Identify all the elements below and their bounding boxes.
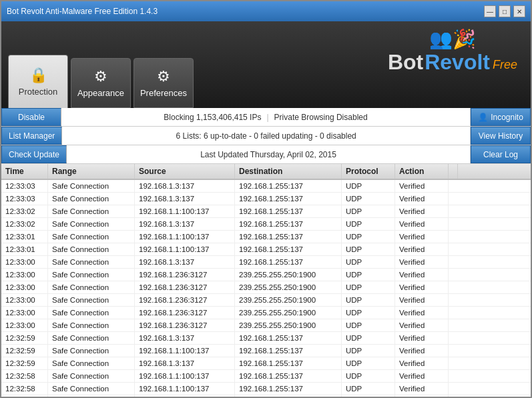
cell-4-4: UDP (342, 231, 395, 243)
cell-17-0: 12:32:57 (1, 395, 48, 397)
cell-16-0: 12:32:58 (1, 383, 48, 395)
cell-11-2: 192.168.1.236:3127 (135, 319, 235, 331)
gear-icon-preferences: ⚙ (157, 68, 170, 85)
cell-14-5: Verified (395, 357, 449, 369)
tab-protection[interactable]: 🔒 Protection (8, 55, 68, 108)
cell-5-5: Verified (395, 243, 449, 255)
table-row: 12:33:00Safe Connection192.168.1.236:312… (1, 269, 531, 281)
view-history-button[interactable]: View History (471, 127, 531, 145)
cell-11-5: Verified (395, 319, 449, 331)
logo-free: Free (493, 58, 517, 72)
table-body[interactable]: 12:33:03Safe Connection192.168.1.3:13719… (1, 180, 531, 397)
cell-0-1: Safe Connection (48, 180, 135, 192)
table-row: 12:32:59Safe Connection192.168.1.3:13719… (1, 332, 531, 345)
cell-6-5: Verified (395, 256, 449, 268)
tab-bar: 🔒 Protection ⚙ Appearance ⚙ Preferences (8, 55, 194, 108)
cell-8-1: Safe Connection (48, 281, 135, 293)
cell-15-4: UDP (342, 370, 395, 382)
cell-2-4: UDP (342, 205, 395, 217)
cell-15-5: Verified (395, 370, 449, 382)
cell-16-2: 192.168.1.1:100:137 (135, 383, 235, 395)
cell-16-5: Verified (395, 383, 449, 395)
cell-14-1: Safe Connection (48, 357, 135, 369)
table-row: 12:33:00Safe Connection192.168.1.236:312… (1, 319, 531, 332)
cell-12-0: 12:32:59 (1, 332, 48, 344)
cell-13-4: UDP (342, 345, 395, 357)
cell-8-5: Verified (395, 281, 449, 293)
cell-15-2: 192.168.1.1:100:137 (135, 370, 235, 382)
table-row: 12:33:01Safe Connection192.168.1.1:100:1… (1, 231, 531, 243)
cell-0-5: Verified (395, 180, 449, 192)
table-row: 12:33:01Safe Connection192.168.1.1:100:1… (1, 243, 531, 256)
cell-16-1: Safe Connection (48, 383, 135, 395)
col-scrollbar-placeholder (449, 164, 458, 179)
bar-row-2: List Manager 6 Lists: 6 up-to-date - 0 f… (1, 127, 531, 145)
minimize-button[interactable]: — (484, 5, 496, 17)
lock-icon: 🔒 (29, 67, 47, 84)
cell-12-5: Verified (395, 332, 449, 344)
col-action: Action (395, 164, 449, 179)
cell-3-3: 192.168.1.255:137 (235, 218, 342, 230)
close-button[interactable]: ✕ (513, 5, 525, 17)
cell-5-1: Safe Connection (48, 243, 135, 255)
table-header: Time Range Source Destination Protocol A… (1, 164, 531, 180)
cell-16-3: 192.168.1.255:137 (235, 383, 342, 395)
cell-8-0: 12:33:00 (1, 281, 48, 293)
cell-10-1: Safe Connection (48, 307, 135, 319)
col-source: Source (135, 164, 235, 179)
col-destination: Destination (235, 164, 342, 179)
cell-5-2: 192.168.1.1:100:137 (135, 243, 235, 255)
cell-12-4: UDP (342, 332, 395, 344)
bar-row-3: Check Update Last Updated Thursday, Apri… (1, 145, 531, 164)
window-controls: — □ ✕ (484, 5, 525, 17)
incognito-button[interactable]: 👤 Incognito (471, 108, 531, 126)
cell-7-0: 12:33:00 (1, 269, 48, 281)
cell-13-3: 192.168.1.255:137 (235, 345, 342, 357)
logo-revolt: Revolt (425, 50, 490, 75)
cell-8-4: UDP (342, 281, 395, 293)
table-row: 12:33:00Safe Connection192.168.1.3:13719… (1, 256, 531, 269)
cell-1-2: 192.168.1.3:137 (135, 193, 235, 205)
cell-3-0: 12:33:02 (1, 218, 48, 230)
maximize-button[interactable]: □ (499, 5, 511, 17)
cell-2-0: 12:33:02 (1, 205, 48, 217)
bar-row-1: Disable Blocking 1,153,406,415 IPs | Pri… (1, 108, 531, 127)
disable-button[interactable]: Disable (1, 108, 61, 126)
cell-2-5: Verified (395, 205, 449, 217)
cell-6-1: Safe Connection (48, 256, 135, 268)
cell-10-5: Verified (395, 307, 449, 319)
table-row: 12:32:57Safe Connection192.168.1.1:35:41… (1, 395, 531, 397)
table-row: 12:33:00Safe Connection192.168.1.236:312… (1, 294, 531, 307)
cell-4-0: 12:33:01 (1, 231, 48, 243)
clear-log-button[interactable]: Clear Log (471, 145, 531, 163)
table-row: 12:33:00Safe Connection192.168.1.236:312… (1, 281, 531, 294)
cell-16-4: UDP (342, 383, 395, 395)
controls-area: Disable Blocking 1,153,406,415 IPs | Pri… (1, 108, 531, 164)
logo-area: 👥🎉 Bot Revolt Free (388, 28, 517, 75)
tab-preferences[interactable]: ⚙ Preferences (134, 58, 194, 108)
list-manager-button[interactable]: List Manager (1, 127, 62, 145)
cell-3-1: Safe Connection (48, 218, 135, 230)
cell-7-5: Verified (395, 269, 449, 281)
cell-10-2: 192.168.1.236:3127 (135, 307, 235, 319)
cell-1-5: Verified (395, 193, 449, 205)
cell-6-2: 192.168.1.3:137 (135, 256, 235, 268)
cell-9-4: UDP (342, 294, 395, 306)
header-area: 🔒 Protection ⚙ Appearance ⚙ Preferences … (1, 21, 531, 108)
cell-14-3: 192.168.1.255:137 (235, 357, 342, 369)
cell-7-2: 192.168.1.236:3127 (135, 269, 235, 281)
table-row: 12:32:59Safe Connection192.168.1.3:13719… (1, 357, 531, 370)
cell-10-0: 12:33:00 (1, 307, 48, 319)
cell-7-3: 239.255.255.250:1900 (235, 269, 342, 281)
cell-11-1: Safe Connection (48, 319, 135, 331)
cell-17-3: 192.168.1.93:20:443 (235, 395, 342, 397)
table-row: 12:33:02Safe Connection192.168.1.1:100:1… (1, 205, 531, 218)
cell-13-0: 12:32:59 (1, 345, 48, 357)
cell-11-4: UDP (342, 319, 395, 331)
logo: Bot Revolt (388, 50, 490, 75)
tab-appearance[interactable]: ⚙ Appearance (71, 58, 131, 108)
cell-14-4: UDP (342, 357, 395, 369)
cell-4-5: Verified (395, 231, 449, 243)
check-update-button[interactable]: Check Update (1, 145, 67, 163)
col-time: Time (1, 164, 48, 179)
